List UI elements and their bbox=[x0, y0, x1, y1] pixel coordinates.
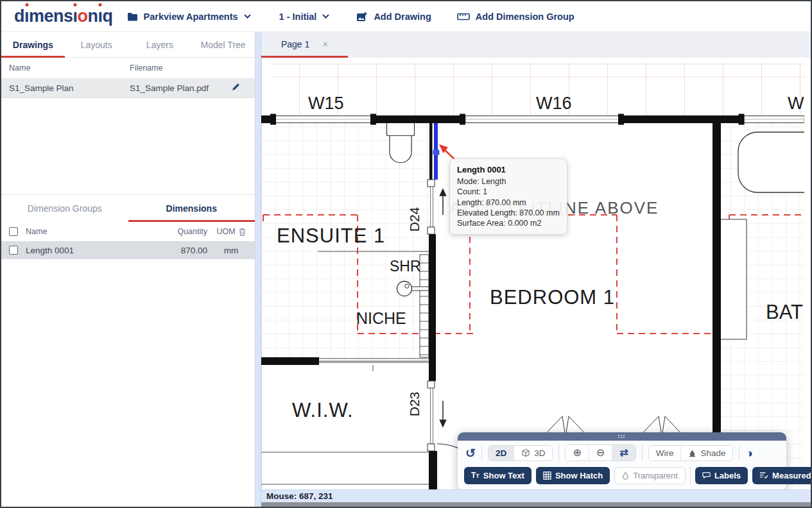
wire-button[interactable]: Wire bbox=[649, 446, 682, 461]
chevron-down-icon bbox=[244, 14, 251, 19]
wall-label-w15: W15 bbox=[308, 94, 344, 113]
label-shr: SHR bbox=[390, 258, 421, 275]
tab-model-tree[interactable]: Model Tree bbox=[191, 32, 255, 57]
logo-letter: mens bbox=[29, 8, 73, 25]
edit-drawing-button[interactable] bbox=[232, 83, 255, 93]
drawings-table-header: Name Filename bbox=[1, 58, 255, 78]
zoom-group: ⊕ ⊖ ⇄ bbox=[565, 444, 635, 461]
shade-icon bbox=[688, 448, 696, 457]
add-dimension-group-button[interactable]: Add Dimension Group bbox=[457, 12, 574, 22]
hatch-grid-icon bbox=[543, 471, 551, 480]
tooltip-title: Length 0001 bbox=[457, 165, 560, 174]
row-checkbox[interactable] bbox=[9, 246, 18, 255]
tab-layouts[interactable]: Layouts bbox=[65, 32, 128, 57]
left-panel: Drawings Layouts Layers Model Tree Name … bbox=[1, 32, 255, 507]
tab-dimension-groups[interactable]: Dimension Groups bbox=[1, 195, 128, 222]
toolbar-row-view: ↺ 2D 3D ⊕ ⊖ ⇄ bbox=[458, 441, 786, 464]
wall-label-w: W bbox=[788, 94, 804, 113]
drawing-row[interactable]: S1_Sample Plan S1_Sample Plan.pdf bbox=[1, 78, 255, 98]
dimension-row[interactable]: Length 0001 870.00 mm bbox=[1, 241, 255, 259]
dimensions-panel: Dimension Groups Dimensions Name Quantit… bbox=[1, 194, 255, 259]
door-label-d23: D23 bbox=[407, 392, 422, 417]
logo-letter: n bbox=[88, 8, 98, 25]
toolbar-drag-handle[interactable] bbox=[458, 432, 786, 441]
dimension-name: Length 0001 bbox=[26, 246, 153, 255]
revision-selector[interactable]: 1 - Initial bbox=[279, 12, 330, 22]
logo-letter: ı bbox=[24, 8, 29, 25]
tooltip-mode: Mode: Length bbox=[457, 176, 560, 187]
tooltip-elevated-length: Elevated Length: 870.00 mm bbox=[457, 208, 560, 218]
logo-letter: ı bbox=[73, 8, 78, 25]
panel-splitter[interactable] bbox=[255, 32, 261, 507]
drag-dots-icon bbox=[618, 435, 626, 439]
zoom-in-button[interactable]: ⊕ bbox=[566, 445, 589, 461]
show-text-button[interactable]: TTShow Text bbox=[464, 467, 531, 484]
labels-button[interactable]: Labels bbox=[695, 467, 748, 484]
tab-page-1[interactable]: Page 1 × bbox=[261, 32, 348, 58]
page-tab-label: Page 1 bbox=[281, 39, 309, 49]
dimension-line-length-0001[interactable] bbox=[433, 123, 440, 180]
shower-niche bbox=[420, 255, 429, 357]
refresh-icon[interactable]: ↺ bbox=[465, 447, 476, 459]
window-frame-strip bbox=[261, 502, 811, 507]
app-window: dımensıonıq Parkview Apartments 1 - Init… bbox=[0, 0, 812, 508]
dimension-quantity: 870.00 bbox=[153, 246, 207, 255]
view-2d-button[interactable]: 2D bbox=[488, 446, 514, 461]
door-label-d24: D24 bbox=[407, 207, 422, 232]
door-direction-arrows bbox=[440, 189, 446, 427]
left-panel-tabs: Drawings Layouts Layers Model Tree bbox=[1, 32, 255, 58]
pencil-icon bbox=[232, 83, 240, 91]
room-label-bath: BAT bbox=[766, 301, 803, 323]
tab-dimensions[interactable]: Dimensions bbox=[128, 195, 255, 222]
dimensions-panel-tabs: Dimension Groups Dimensions bbox=[1, 195, 255, 222]
drawing-filename: S1_Sample Plan.pdf bbox=[130, 83, 232, 93]
tooltip-length: Length: 870.00 mm bbox=[457, 198, 560, 208]
contrast-icon[interactable]: ◑ bbox=[745, 447, 752, 459]
toolbar-row-display: TTShow Text Show Hatch Transparent Label… bbox=[458, 464, 786, 489]
view-3d-button[interactable]: 3D bbox=[514, 446, 552, 461]
project-selector[interactable]: Parkview Apartments bbox=[127, 12, 251, 22]
mouse-coordinates: Mouse: 687, 231 bbox=[266, 491, 333, 501]
shade-button[interactable]: Shade bbox=[681, 446, 732, 461]
floor-plan: ATTIC OUTLINE ABOVE W15 W16 W ENSUITE 1 … bbox=[261, 58, 804, 489]
logo-letter: ı bbox=[98, 8, 103, 25]
trash-icon[interactable] bbox=[239, 228, 246, 236]
add-image-icon bbox=[356, 12, 368, 22]
chevron-down-icon bbox=[322, 14, 329, 19]
pan-button[interactable]: ⇄ bbox=[612, 445, 635, 461]
app-logo: dımensıonıq bbox=[14, 8, 113, 25]
page-tab-strip: Page 1 × bbox=[261, 32, 811, 58]
col-quantity: Quantity bbox=[153, 227, 207, 236]
dimension-uom: mm bbox=[207, 246, 255, 255]
zoom-out-button[interactable]: ⊖ bbox=[589, 445, 612, 461]
room-label-ensuite: ENSUITE 1 bbox=[277, 224, 385, 247]
measured-button[interactable]: Measured bbox=[752, 467, 811, 484]
tooltip-count: Count: 1 bbox=[457, 187, 560, 197]
transparent-button[interactable]: Transparent bbox=[614, 467, 686, 484]
viewer-toolbar: ↺ 2D 3D ⊕ ⊖ ⇄ bbox=[458, 432, 786, 489]
col-filename: Filename bbox=[130, 64, 232, 72]
drawing-name: S1_Sample Plan bbox=[9, 83, 130, 93]
dimensions-table-header: Name Quantity UOM bbox=[1, 222, 255, 241]
select-all-checkbox[interactable] bbox=[9, 227, 18, 236]
tab-drawings[interactable]: Drawings bbox=[1, 32, 65, 57]
show-hatch-button[interactable]: Show Hatch bbox=[536, 467, 610, 484]
status-bar: Mouse: 687, 231 bbox=[261, 489, 811, 502]
vanity bbox=[720, 219, 747, 339]
logo-letter: o bbox=[78, 8, 88, 25]
tab-layers[interactable]: Layers bbox=[128, 32, 192, 57]
drawing-canvas[interactable]: ATTIC OUTLINE ABOVE W15 W16 W ENSUITE 1 … bbox=[261, 58, 811, 489]
col-uom: UOM bbox=[216, 227, 235, 236]
label-niche: NICHE bbox=[356, 309, 406, 327]
render-mode-group: Wire Shade bbox=[648, 445, 734, 461]
room-label-wiw: W.I.W. bbox=[292, 399, 354, 421]
dimension-tooltip: Length 0001 Mode: Length Count: 1 Length… bbox=[449, 158, 567, 235]
tooltip-surface-area: Surface Area: 0.000 m2 bbox=[457, 218, 560, 228]
ruler-icon bbox=[457, 13, 470, 21]
col-name: Name bbox=[26, 227, 153, 236]
cube-icon bbox=[521, 448, 530, 457]
app-header: dımensıonıq Parkview Apartments 1 - Init… bbox=[1, 1, 811, 32]
add-drawing-button[interactable]: Add Drawing bbox=[356, 12, 431, 22]
close-tab-icon[interactable]: × bbox=[322, 38, 328, 49]
bathtub bbox=[738, 132, 804, 192]
